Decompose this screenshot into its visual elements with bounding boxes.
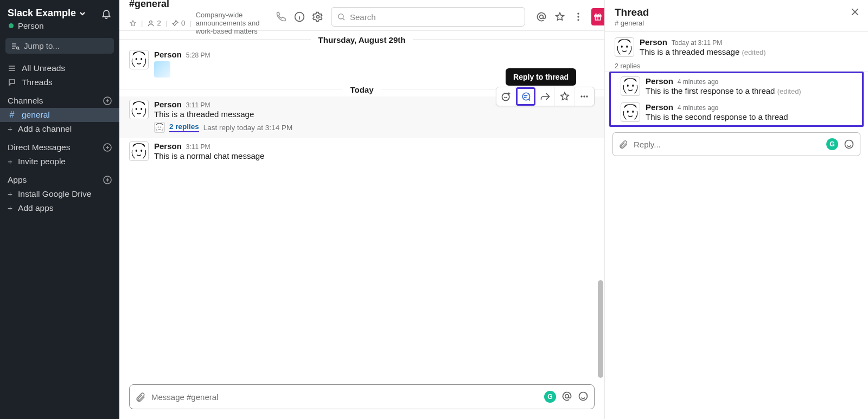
thread-last-reply: Last reply today at 3:14 PM bbox=[203, 124, 292, 132]
svg-point-14 bbox=[577, 19, 579, 21]
reply-thread-icon[interactable] bbox=[516, 87, 535, 106]
svg-point-21 bbox=[565, 395, 569, 398]
add-channel-link[interactable]: + Add a channel bbox=[0, 122, 119, 136]
message-time: Today at 3:11 PM bbox=[672, 39, 722, 47]
close-thread-icon[interactable] bbox=[850, 7, 860, 17]
thread-reply[interactable]: Person 4 minutes ago This is the first r… bbox=[611, 73, 862, 99]
svg-point-13 bbox=[577, 16, 579, 17]
workspace-name: Slack Example bbox=[8, 8, 76, 19]
search-icon bbox=[337, 12, 346, 21]
message-composer[interactable]: G bbox=[129, 384, 595, 409]
svg-point-18 bbox=[580, 95, 582, 97]
avatar[interactable] bbox=[621, 76, 640, 96]
hash-icon: # bbox=[8, 110, 16, 120]
message-time: 5:28 PM bbox=[186, 51, 210, 59]
replies-link[interactable]: 2 replies bbox=[169, 123, 199, 132]
avatar[interactable] bbox=[129, 50, 149, 69]
message[interactable]: Person 3:11 PM This is a normal chat mes… bbox=[119, 138, 604, 164]
plus-icon: + bbox=[8, 189, 12, 199]
thread-subtitle[interactable]: # general bbox=[615, 19, 649, 27]
date-divider: Thursday, August 29th bbox=[119, 31, 604, 47]
reply-count: 2 replies bbox=[605, 60, 868, 72]
info-icon[interactable] bbox=[294, 11, 305, 22]
more-vert-icon[interactable] bbox=[573, 11, 584, 22]
invite-people-link[interactable]: + Invite people bbox=[0, 154, 119, 169]
svg-point-12 bbox=[577, 13, 579, 15]
tooltip: Reply to thread bbox=[506, 68, 576, 86]
current-user-name: Person bbox=[18, 21, 44, 30]
search-input[interactable]: Search bbox=[331, 7, 525, 27]
composer-input[interactable] bbox=[151, 392, 539, 402]
avatar[interactable] bbox=[615, 37, 634, 57]
current-user[interactable]: Person bbox=[0, 21, 119, 36]
avatar[interactable] bbox=[621, 102, 640, 122]
share-icon[interactable] bbox=[535, 87, 555, 106]
message-list[interactable]: Thursday, August 29th Person 5:28 PM Tod… bbox=[119, 31, 604, 379]
image-attachment[interactable] bbox=[154, 61, 170, 78]
emoji-icon[interactable] bbox=[844, 139, 854, 150]
attach-icon[interactable] bbox=[135, 391, 146, 402]
pins-icon[interactable]: 0 bbox=[171, 19, 185, 27]
gift-icon[interactable] bbox=[591, 8, 604, 25]
message-author[interactable]: Person bbox=[154, 141, 182, 151]
svg-point-22 bbox=[579, 392, 588, 401]
workspace-switcher[interactable]: Slack Example bbox=[8, 8, 86, 19]
channels-section-header[interactable]: Channels bbox=[0, 89, 119, 108]
message[interactable]: Person 3:11 PM This is a threaded messag… bbox=[119, 96, 604, 138]
add-channel-plus-icon[interactable] bbox=[103, 96, 112, 105]
message-text: This is the second response to a thread bbox=[646, 112, 788, 121]
message-author[interactable]: Person bbox=[640, 37, 667, 47]
attach-icon[interactable] bbox=[618, 139, 628, 149]
thread-summary[interactable]: 2 replies Last reply today at 3:14 PM bbox=[154, 122, 595, 133]
channel-general[interactable]: # general bbox=[0, 108, 119, 122]
members-icon[interactable]: 2 bbox=[147, 19, 161, 27]
svg-point-10 bbox=[339, 14, 343, 19]
avatar[interactable] bbox=[129, 100, 149, 119]
channel-title[interactable]: #general bbox=[129, 0, 269, 10]
thread-reply[interactable]: Person 4 minutes ago This is the second … bbox=[611, 99, 862, 125]
message-author[interactable]: Person bbox=[154, 100, 182, 109]
mentions-icon[interactable] bbox=[536, 11, 547, 22]
sidebar-all-unreads[interactable]: All Unreads bbox=[0, 61, 119, 75]
message-author[interactable]: Person bbox=[646, 102, 673, 112]
notifications-bell-icon[interactable] bbox=[101, 8, 112, 19]
svg-point-7 bbox=[150, 21, 152, 23]
scrollbar-thumb[interactable] bbox=[598, 280, 603, 378]
star-icon[interactable] bbox=[554, 11, 565, 22]
message-author[interactable]: Person bbox=[646, 76, 673, 86]
star-channel-icon[interactable] bbox=[129, 20, 137, 27]
svg-point-19 bbox=[583, 95, 585, 97]
plus-icon: + bbox=[8, 203, 12, 213]
thread-reply-composer[interactable]: G bbox=[612, 132, 860, 156]
grammarly-icon[interactable]: G bbox=[826, 138, 838, 150]
apps-section-header[interactable]: Apps bbox=[0, 169, 119, 187]
svg-point-3 bbox=[17, 47, 19, 49]
dm-section-header[interactable]: Direct Messages bbox=[0, 136, 119, 154]
emoji-icon[interactable] bbox=[578, 391, 589, 403]
svg-point-20 bbox=[586, 95, 588, 97]
message-text: This is a threaded message bbox=[154, 109, 595, 119]
add-reaction-icon[interactable] bbox=[496, 87, 516, 106]
thread-reply-input[interactable] bbox=[634, 140, 821, 149]
more-actions-icon[interactable] bbox=[575, 87, 594, 106]
message-time: 3:11 PM bbox=[186, 101, 210, 109]
star-message-icon[interactable] bbox=[555, 87, 575, 106]
jump-to-placeholder: Jump to... bbox=[24, 41, 60, 50]
new-dm-plus-icon[interactable] bbox=[103, 143, 112, 152]
message-author[interactable]: Person bbox=[154, 50, 182, 59]
grammarly-icon[interactable]: G bbox=[544, 391, 556, 403]
search-placeholder: Search bbox=[350, 12, 376, 22]
message-actions bbox=[496, 87, 595, 106]
add-apps-link[interactable]: + Add apps bbox=[0, 201, 119, 215]
add-app-plus-icon[interactable] bbox=[103, 176, 112, 184]
call-icon[interactable] bbox=[276, 11, 286, 22]
sidebar: Slack Example Person Jump to... All Unre… bbox=[0, 0, 119, 419]
avatar[interactable] bbox=[129, 141, 149, 161]
presence-active-icon bbox=[9, 23, 14, 28]
settings-gear-icon[interactable] bbox=[312, 11, 323, 22]
sidebar-threads[interactable]: Threads bbox=[0, 75, 119, 89]
thread-root-message[interactable]: Person Today at 3:11 PM This is a thread… bbox=[605, 34, 868, 60]
jump-to-input[interactable]: Jump to... bbox=[5, 38, 114, 54]
install-gdrive-link[interactable]: + Install Google Drive bbox=[0, 187, 119, 201]
mention-icon[interactable] bbox=[561, 391, 572, 403]
